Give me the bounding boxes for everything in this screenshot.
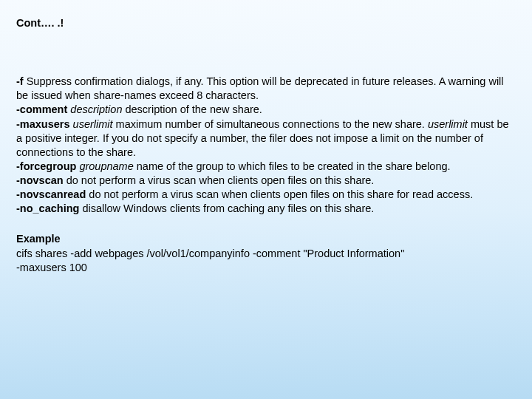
option-f: -f Suppress confirmation dialogs, if any… xyxy=(16,75,513,103)
page-title: Cont…. .! xyxy=(16,16,513,30)
option-nocaching: -no_caching disallow Windows clients fro… xyxy=(16,202,513,216)
options-block: -f Suppress confirmation dialogs, if any… xyxy=(16,75,513,216)
text-nocaching: disallow Windows clients from caching an… xyxy=(79,202,374,214)
text-novscan: do not perform a virus scan when clients… xyxy=(64,174,375,186)
arg-maxusers-2: userlimit xyxy=(428,118,468,130)
option-forcegroup: -forcegroup groupname name of the group … xyxy=(16,160,513,174)
flag-novscan: -novscan xyxy=(16,174,64,186)
arg-forcegroup: groupname xyxy=(76,160,133,172)
flag-maxusers: -maxusers xyxy=(16,118,70,130)
flag-f: -f xyxy=(16,75,24,87)
example-line-2: -maxusers 100 xyxy=(16,261,513,275)
flag-comment: -comment xyxy=(16,103,67,115)
flag-forcegroup: -forcegroup xyxy=(16,160,76,172)
option-comment: -comment description description of the … xyxy=(16,103,513,117)
flag-nocaching: -no_caching xyxy=(16,202,79,214)
example-heading: Example xyxy=(16,232,513,246)
example-line-1: cifs shares -add webpages /vol/vol1/comp… xyxy=(16,247,513,261)
text-forcegroup: name of the group to which files to be c… xyxy=(134,160,451,172)
text-f: Suppress confirmation dialogs, if any. T… xyxy=(16,75,504,101)
flag-novscanread: -novscanread xyxy=(16,188,86,200)
example-block: cifs shares -add webpages /vol/vol1/comp… xyxy=(16,247,513,275)
text-comment: description of the new share. xyxy=(122,103,262,115)
text-novscanread: do not perform a virus scan when clients… xyxy=(86,188,473,200)
text-maxusers-1: maximum number of simultaneous connectio… xyxy=(113,118,428,130)
option-novscan: -novscan do not perform a virus scan whe… xyxy=(16,174,513,188)
arg-maxusers: userlimit xyxy=(70,118,113,130)
arg-comment: description xyxy=(67,103,122,115)
option-novscanread: -novscanread do not perform a virus scan… xyxy=(16,188,513,202)
option-maxusers: -maxusers userlimit maximum number of si… xyxy=(16,117,513,160)
